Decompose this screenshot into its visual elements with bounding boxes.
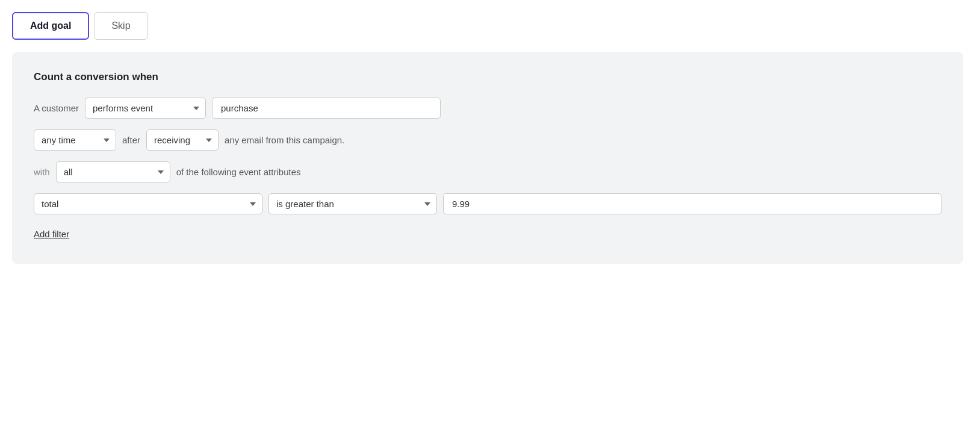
conversion-panel: Count a conversion when A customer perfo… xyxy=(12,52,963,264)
top-buttons-container: Add goal Skip xyxy=(12,12,968,40)
timing-row: any time within 1 hour within 1 day with… xyxy=(34,129,941,151)
filter-condition-row: total revenue quantity price is greater … xyxy=(34,193,941,214)
panel-title: Count a conversion when xyxy=(34,71,941,83)
with-label: with xyxy=(34,167,50,177)
attributes-row: with all any of the following event attr… xyxy=(34,161,941,182)
event-name-input[interactable] xyxy=(212,98,441,119)
customer-label: A customer xyxy=(34,103,79,113)
timing-select[interactable]: any time within 1 hour within 1 day with… xyxy=(34,129,116,151)
add-goal-button[interactable]: Add goal xyxy=(12,12,89,40)
event-row: A customer performs event does not perfo… xyxy=(34,98,941,119)
campaign-label: any email from this campaign. xyxy=(225,135,344,145)
attribute-name-select[interactable]: total revenue quantity price xyxy=(34,193,262,214)
filter-value-input[interactable] xyxy=(443,193,941,214)
add-filter-container: Add filter xyxy=(34,229,941,240)
operator-select[interactable]: is greater than is less than is equal to… xyxy=(268,193,437,214)
attributes-label: of the following event attributes xyxy=(176,167,301,177)
add-filter-button[interactable]: Add filter xyxy=(34,229,69,239)
skip-button[interactable]: Skip xyxy=(94,12,147,40)
all-select[interactable]: all any xyxy=(56,161,170,182)
performs-event-select[interactable]: performs event does not perform event xyxy=(85,98,206,119)
after-label: after xyxy=(122,135,140,145)
receiving-select[interactable]: receiving clicking opening xyxy=(146,129,219,151)
